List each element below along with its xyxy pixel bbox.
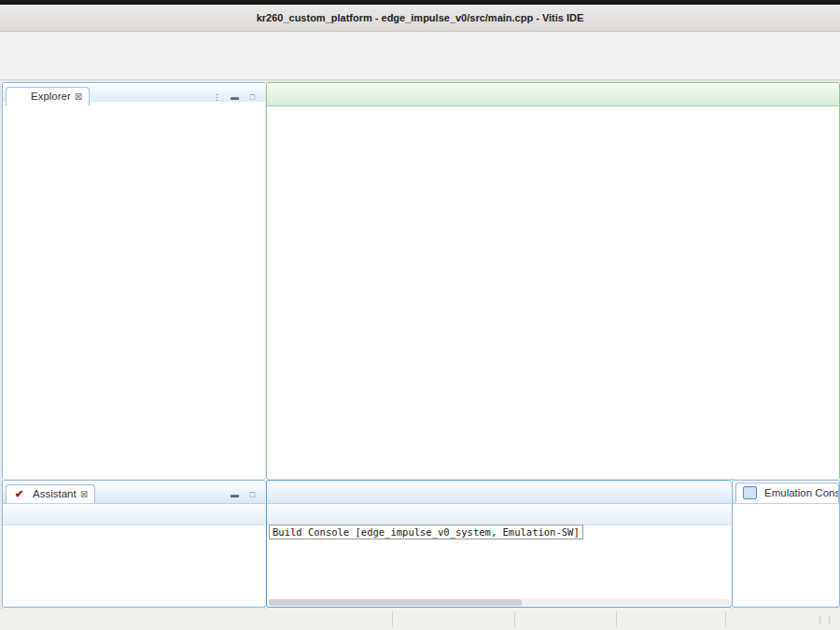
status-writable [392, 611, 514, 627]
tab-explorer[interactable]: Explorer ⊠ [6, 87, 90, 105]
editor-tabstrip [267, 83, 839, 106]
explorer-icon [13, 91, 23, 102]
minimize-icon[interactable]: ▬ [228, 91, 242, 104]
console-output[interactable]: Build Console [edge_impulse_v0_system, E… [267, 525, 731, 564]
close-icon[interactable]: ⊠ [80, 489, 88, 499]
assistant-tab-label: Assistant [33, 488, 77, 499]
minimize-icon[interactable]: ▬ [228, 488, 242, 501]
emulation-console-panel: Emulation Console [732, 480, 840, 608]
editor-panel [266, 82, 840, 480]
tab-assistant[interactable]: ✔ Assistant ⊠ [6, 484, 95, 503]
titlebar: kr260_custom_platform - edge_impulse_v0/… [0, 5, 840, 32]
statusbar: ⋮⋮ [0, 608, 840, 630]
statusbar-grip-icon[interactable]: ⋮⋮ [816, 615, 834, 624]
status-cursor-position [616, 611, 725, 627]
assistant-toolbar [3, 504, 265, 525]
assistant-icon: ✔ [13, 488, 25, 499]
assistant-panel: ✔ Assistant ⊠ ▬ □ [2, 480, 266, 608]
horizontal-scrollbar[interactable] [269, 599, 729, 606]
view-menu-icon[interactable]: ⋮ [210, 91, 224, 104]
console-tooltip: Build Console [edge_impulse_v0_system, E… [269, 525, 583, 539]
assistant-header: ✔ Assistant ⊠ ▬ □ [3, 481, 265, 504]
tab-emulation-console[interactable]: Emulation Console [735, 483, 839, 503]
explorer-panel: Explorer ⊠ ⋮ ▬ □ [2, 82, 266, 480]
maximize-icon[interactable]: □ [245, 91, 259, 104]
emulation-console-tab-label: Emulation Console [764, 487, 839, 498]
main-toolbar [0, 52, 840, 80]
explorer-tab-label: Explorer [31, 91, 71, 102]
window-title: kr260_custom_platform - edge_impulse_v0/… [257, 12, 584, 23]
console-panel: Build Console [edge_impulse_v0_system, E… [266, 480, 732, 608]
console-icon [743, 486, 757, 499]
maximize-icon[interactable]: □ [245, 488, 259, 501]
status-empty-cell [725, 611, 810, 627]
menubar [0, 32, 840, 52]
console-tabstrip [267, 481, 731, 504]
console-toolbar [267, 504, 731, 525]
close-icon[interactable]: ⊠ [75, 91, 82, 102]
status-insert-mode [514, 611, 616, 627]
